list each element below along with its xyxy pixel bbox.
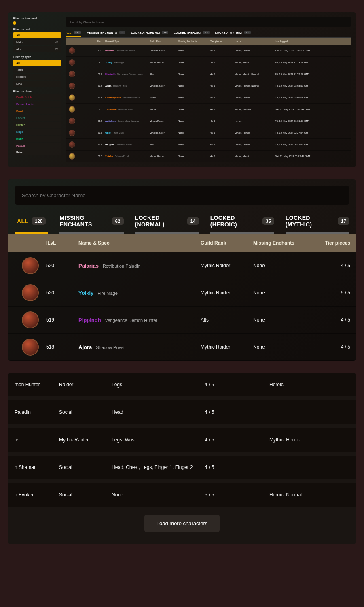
tab-locked-heroic-[interactable]: LOCKED (HEROIC)35 xyxy=(210,215,274,234)
guild-rank: Alts xyxy=(150,143,178,146)
last-logged: Fri, 10 May 2024 23:59:09 GMT xyxy=(275,96,348,99)
tier: 4 / 5 xyxy=(210,132,235,134)
tier: 4 / 5 xyxy=(310,317,350,323)
avatar xyxy=(69,71,75,77)
sidebar-item-mage[interactable]: Mage xyxy=(13,129,61,135)
enchants: None xyxy=(178,73,210,75)
enchants: None xyxy=(178,155,210,158)
sidebar-item-mains[interactable]: Mains45 xyxy=(13,39,61,45)
filter-spec-title: Filter by spec xyxy=(13,55,61,58)
table-row[interactable]: mon HunterRaiderLegs4 / 5Heroic xyxy=(8,373,356,396)
search-input-lg[interactable] xyxy=(22,192,342,198)
table-row[interactable]: n ShamanSocialHead, Chest, Legs, Finger … xyxy=(8,456,356,479)
enchants: None xyxy=(178,49,210,52)
ilvl: 520 xyxy=(85,61,105,64)
table-row[interactable]: 518KissmaquackRestoration DruidSocialNon… xyxy=(66,92,351,104)
guild-rank: Mythic Raider xyxy=(201,263,253,268)
sidebar-item-priest[interactable]: Priest xyxy=(13,149,61,155)
ilvl: 516 xyxy=(85,143,105,146)
tier: 4 / 5 xyxy=(205,409,269,415)
table-row[interactable]: 519PippindhVengeance Demon HunterAltsNon… xyxy=(66,68,351,80)
table-row[interactable]: 518AutickmeDemonology WarlockMythic Raid… xyxy=(66,115,351,127)
table-row[interactable]: 518YeupittwoGuardian DruidSocialNone4 / … xyxy=(66,104,351,115)
spec: Discipline Priest xyxy=(116,143,132,146)
sidebar-item-evoker[interactable]: Evoker xyxy=(13,115,61,121)
table-row[interactable]: 516QbekFrost MageMythic RaiderNone4 / 5M… xyxy=(66,127,351,139)
table-row[interactable]: 519PippindhVengeance Demon HunterAltsNon… xyxy=(8,307,356,334)
avatar xyxy=(69,130,75,136)
spec: Vengeance Demon Hunter xyxy=(117,73,144,75)
table-row[interactable]: 516DrugmaDiscipline PriestAltsNone5 / 5M… xyxy=(66,139,351,151)
tab-all[interactable]: ALL120 xyxy=(66,31,81,37)
table-row[interactable]: ieMythic RaiderLegs, Wrist4 / 5Mythic, H… xyxy=(8,428,356,452)
tab-locked-normal-[interactable]: LOCKED (NORMAL)14 xyxy=(131,31,168,37)
spec-partial: n Shaman xyxy=(15,464,59,470)
search-bar-lg xyxy=(15,186,349,205)
tab-locked-mythic-[interactable]: LOCKED (MYTHIC)17 xyxy=(286,215,349,234)
guild-rank: Mythic Raider xyxy=(150,120,178,122)
table-row[interactable]: 520PalariasRetribution PaladinMythic Rai… xyxy=(66,45,351,57)
tier: 5 / 5 xyxy=(210,61,235,64)
sidebar-item-demon-hunter[interactable]: Demon Hunter xyxy=(13,101,61,107)
tab-missing-enchants[interactable]: MISSING ENCHANTS62 xyxy=(87,31,125,37)
enchants: None xyxy=(178,120,210,122)
guild-rank: Raider xyxy=(59,382,112,388)
guild-rank: Social xyxy=(59,492,112,498)
ilvl: 518 xyxy=(46,344,78,350)
sidebar-item-healers[interactable]: Healers xyxy=(13,74,61,80)
table-row[interactable]: PaladinSocialHead4 / 5 xyxy=(8,400,356,424)
tab-locked-normal-[interactable]: LOCKED (NORMAL)14 xyxy=(135,215,199,234)
char-name: Ajora xyxy=(105,85,111,87)
table-row[interactable]: 518AjoraShadow PriestMythic RaiderNone4 … xyxy=(66,80,351,92)
last-logged: Fri, 10 May 2024 23:08:53 GMT xyxy=(275,85,348,87)
enchants: Head, Chest, Legs, Finger 1, Finger 2 xyxy=(112,464,205,470)
sidebar-item-all[interactable]: All xyxy=(13,60,61,66)
table-row[interactable]: 518AjoraShadow PriestMythic RaiderNone4 … xyxy=(8,334,356,361)
table-row[interactable]: 520YolkiyFire MageMythic RaiderNone5 / 5 xyxy=(8,279,356,307)
table-row[interactable]: n EvokerSocialNone5 / 5Heroic, Normal xyxy=(8,483,356,507)
filter-tabs-lg: ALL120MISSING ENCHANTS62LOCKED (NORMAL)1… xyxy=(8,211,356,234)
tab-locked-heroic-[interactable]: LOCKED (HEROIC)35 xyxy=(174,31,210,37)
tab-missing-enchants[interactable]: MISSING ENCHANTS62 xyxy=(59,215,123,234)
sidebar-item-dps[interactable]: DPS xyxy=(13,81,61,87)
enchants: None xyxy=(253,263,310,268)
enchants: None xyxy=(253,344,310,350)
guild-rank: Mythic Raider xyxy=(150,155,178,158)
ilvl-slider[interactable] xyxy=(13,21,61,25)
spec: Retribution Paladin xyxy=(116,49,135,52)
last-logged: Fri, 10 May 2024 09:32:23 GMT xyxy=(275,143,348,146)
ilvl: 520 xyxy=(46,290,78,296)
sidebar-item-druid[interactable]: Druid xyxy=(13,108,61,114)
sidebar-item-death-knight[interactable]: Death Knight xyxy=(13,94,61,100)
slider-handle[interactable] xyxy=(13,21,16,25)
spec: Frost Mage xyxy=(113,132,124,134)
table-row[interactable]: 516ZirteksBalance DruidMythic RaiderNone… xyxy=(66,151,351,162)
tab-all[interactable]: ALL120 xyxy=(15,215,48,234)
enchants: None xyxy=(178,61,210,64)
avatar xyxy=(22,311,39,328)
avatar xyxy=(22,339,39,356)
table-row[interactable]: 520YolkiyFire MageMythic RaiderNone5 / 5… xyxy=(66,57,351,68)
char-name: Yolkiy xyxy=(78,290,93,296)
avatar xyxy=(69,94,75,101)
scrolled-panel: mon HunterRaiderLegs4 / 5HeroicPaladinSo… xyxy=(8,373,356,544)
sidebar-item-hunter[interactable]: Hunter xyxy=(13,122,61,128)
sidebar-item-paladin[interactable]: Paladin xyxy=(13,143,61,149)
avatar xyxy=(69,141,75,148)
sidebar-item-tanks[interactable]: Tanks xyxy=(13,67,61,73)
table-row[interactable]: 520PalariasRetribution PaladinMythic Rai… xyxy=(8,252,356,279)
tab-locked-mythic-[interactable]: LOCKED (MYTHIC)17 xyxy=(215,31,251,37)
ilvl: 519 xyxy=(85,73,105,75)
sidebar-item-alts[interactable]: Alts75 xyxy=(13,46,61,52)
sidebar-item-monk[interactable]: Monk xyxy=(13,136,61,142)
sidebar-item-all[interactable]: All xyxy=(13,32,61,38)
dashboard-panel: Filter by Itemlevel Filter by rank AllMa… xyxy=(8,12,356,167)
tier: 5 / 5 xyxy=(210,143,235,146)
char-name: Palarias xyxy=(105,49,114,52)
char-name: Yolkiy xyxy=(105,61,112,64)
last-logged: Sat, 11 May 2024 00:10:44 GMT xyxy=(275,108,348,111)
load-more-button[interactable]: Load more characters xyxy=(144,515,220,532)
guild-rank: Mythic Raider xyxy=(150,132,178,134)
search-input[interactable] xyxy=(70,21,347,24)
avatar xyxy=(69,153,75,160)
